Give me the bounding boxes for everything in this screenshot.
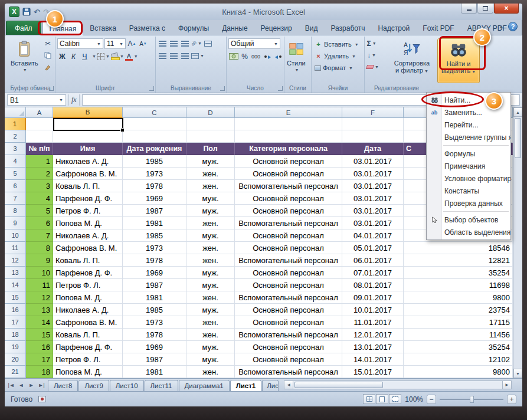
cell-B7[interactable]: Парфенов Д. Ф. — [53, 192, 123, 205]
cell-A1[interactable] — [26, 118, 53, 130]
cell-B13[interactable]: Парфенов Д. Ф. — [53, 267, 123, 279]
cell-F9[interactable]: 03.01.2017 — [342, 217, 404, 229]
menu-item[interactable]: Константы — [427, 185, 510, 197]
cell-E10[interactable]: Основной персонал — [235, 229, 342, 242]
next-sheet-icon[interactable]: ► — [27, 382, 35, 388]
cell-D5[interactable]: жен. — [186, 168, 235, 180]
cell-D15[interactable]: жен. — [186, 291, 235, 304]
sheet-tab-Лист8[interactable]: Лист8 — [48, 380, 78, 391]
cell-D7[interactable]: муж. — [186, 192, 235, 205]
cell-E17[interactable]: Основной персонал — [235, 316, 342, 329]
cell-A9[interactable]: 6 — [26, 217, 53, 229]
sheet-tab-Лис[interactable]: Лис — [262, 380, 279, 391]
cell-C14[interactable]: 1987 — [123, 279, 186, 291]
cell-G15[interactable]: 9800 — [404, 291, 513, 304]
increase-font-icon[interactable] — [127, 39, 137, 49]
cell-G11[interactable]: 18546 — [404, 242, 513, 254]
font-size-select[interactable]: 11▼ — [104, 38, 126, 49]
collapse-ribbon-icon[interactable]: ▲ — [499, 24, 504, 29]
cell-F13[interactable]: 07.01.2017 — [342, 267, 404, 279]
row-header-7[interactable]: 7 — [5, 192, 26, 205]
cell-D9[interactable]: жен. — [186, 217, 235, 229]
scroll-left-icon[interactable]: ◄ — [284, 381, 293, 389]
cell-C8[interactable]: 1987 — [123, 205, 186, 217]
vertical-scroll-thumb[interactable] — [515, 118, 521, 158]
align-top-icon[interactable] — [158, 38, 168, 48]
align-bottom-icon[interactable] — [180, 38, 190, 48]
cell-E4[interactable]: Основной персонал — [235, 155, 342, 168]
cell-B11[interactable]: Сафронова В. М. — [53, 242, 123, 254]
cell-B14[interactable]: Петров Ф. Л. — [53, 279, 123, 291]
cell-E14[interactable]: Основной персонал — [235, 279, 342, 291]
thousands-button[interactable]: 000 — [251, 51, 261, 61]
wrap-text-icon[interactable] — [203, 38, 213, 48]
cell-F7[interactable]: 03.01.2017 — [342, 192, 404, 205]
page-layout-view-icon[interactable] — [376, 394, 388, 404]
cell-C18[interactable]: 1978 — [123, 329, 186, 341]
sheet-tab-Диаграмма1[interactable]: Диаграмма1 — [179, 380, 230, 391]
cell-E2[interactable] — [235, 130, 342, 143]
row-header-16[interactable]: 16 — [5, 304, 26, 316]
cell-D1[interactable] — [186, 118, 235, 130]
cell-C20[interactable]: 1987 — [123, 353, 186, 366]
underline-button[interactable]: Ч — [80, 51, 90, 61]
cell-A5[interactable]: 2 — [26, 168, 53, 180]
underline-dropdown-icon[interactable]: ▼ — [92, 54, 96, 58]
cell-B9[interactable]: Попова М. Д. — [53, 217, 123, 229]
cell-B21[interactable]: Попова М. Д. — [53, 366, 123, 378]
close-button[interactable]: × — [494, 4, 519, 14]
sheet-tab-Лист1[interactable]: Лист1 — [230, 380, 262, 391]
cell-C11[interactable]: 1973 — [123, 242, 186, 254]
cell-E3[interactable]: Категория персонала — [235, 143, 342, 155]
cell-C12[interactable]: 1978 — [123, 254, 186, 267]
cell-E8[interactable]: Основной персонал — [235, 205, 342, 217]
cell-C17[interactable]: 1973 — [123, 316, 186, 329]
cell-B5[interactable]: Сафронова В. М. — [53, 168, 123, 180]
cell-E18[interactable]: Вспомогательный персонал — [235, 329, 342, 341]
tab-Рецензир[interactable]: Рецензир — [254, 22, 299, 35]
cell-D2[interactable] — [186, 130, 235, 143]
tab-Файл[interactable]: Файл — [6, 21, 41, 35]
cell-B10[interactable]: Николаев А. Д. — [53, 229, 123, 242]
row-header-18[interactable]: 18 — [5, 329, 26, 341]
tab-Вид[interactable]: Вид — [299, 22, 325, 35]
sheet-tab-Лист11[interactable]: Лист11 — [145, 380, 178, 391]
cell-F21[interactable]: 15.01.2017 — [342, 366, 404, 378]
cell-A4[interactable]: 1 — [26, 155, 53, 168]
alignment-dialog-launcher-icon[interactable] — [220, 86, 225, 91]
format-cells-button[interactable]: Формат ▼ — [313, 62, 362, 74]
cell-B3[interactable]: Имя — [53, 143, 123, 155]
increase-decimal-icon[interactable] — [262, 51, 272, 61]
cell-A12[interactable]: 9 — [26, 254, 53, 267]
cell-E15[interactable]: Вспомогательный персонал — [235, 291, 342, 304]
row-header-15[interactable]: 15 — [5, 291, 26, 304]
font-dialog-launcher-icon[interactable] — [149, 86, 154, 91]
cell-F20[interactable]: 14.01.2017 — [342, 353, 404, 366]
tab-Foxit PDF[interactable]: Foxit PDF — [416, 22, 460, 35]
cell-A13[interactable]: 10 — [26, 267, 53, 279]
cell-D8[interactable]: муж. — [186, 205, 235, 217]
horizontal-scrollbar[interactable]: ◄ ► — [284, 380, 512, 389]
cell-B15[interactable]: Попова М. Д. — [53, 291, 123, 304]
cell-D16[interactable]: муж. — [186, 304, 235, 316]
cell-F1[interactable] — [342, 118, 404, 130]
horizontal-scroll-thumb[interactable] — [294, 382, 383, 388]
cell-F16[interactable]: 10.01.2017 — [342, 304, 404, 316]
cell-F8[interactable]: 03.01.2017 — [342, 205, 404, 217]
excel-logo-icon[interactable]: X — [9, 6, 19, 17]
cell-C16[interactable]: 1985 — [123, 304, 186, 316]
maximize-button[interactable] — [477, 4, 493, 14]
cell-C2[interactable] — [123, 130, 186, 143]
cell-A11[interactable]: 8 — [26, 242, 53, 254]
zoom-in-button[interactable]: + — [507, 395, 516, 404]
cell-A16[interactable]: 13 — [26, 304, 53, 316]
cell-E19[interactable]: Основной персонал — [235, 341, 342, 353]
name-box[interactable]: B1▼ — [7, 94, 66, 106]
cell-D3[interactable]: Пол — [186, 143, 235, 155]
row-header-14[interactable]: 14 — [5, 279, 26, 291]
cell-G16[interactable]: 23754 — [404, 304, 513, 316]
decrease-decimal-icon[interactable] — [273, 51, 283, 61]
cell-E7[interactable]: Основной персонал — [235, 192, 342, 205]
row-header-10[interactable]: 10 — [5, 229, 26, 242]
tab-Вставка[interactable]: Вставка — [83, 22, 123, 35]
